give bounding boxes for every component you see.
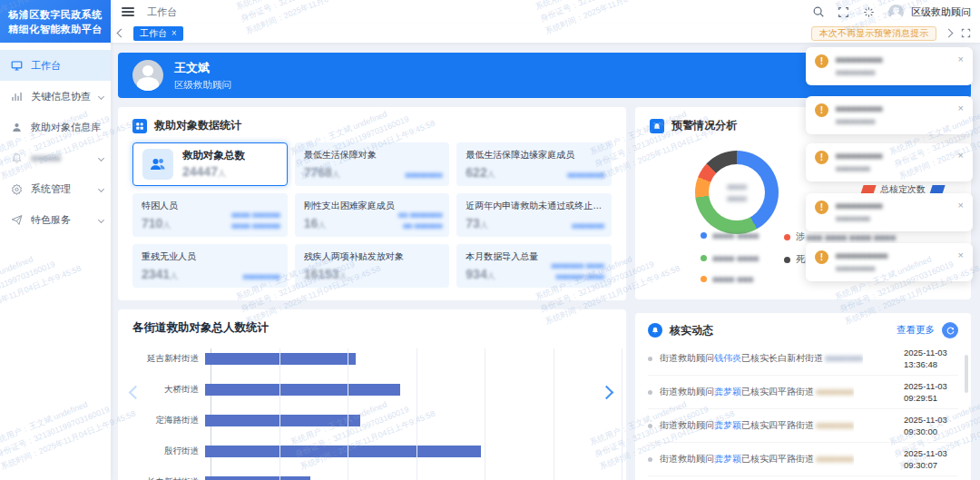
tab-close-icon[interactable]: × xyxy=(172,28,177,38)
stat-title: 近两年内申请救助未通过或终止救助的对象 xyxy=(466,200,603,212)
close-icon[interactable]: × xyxy=(958,201,964,224)
sidebar-item-blurred[interactable]: ■■■■■ xyxy=(0,142,111,173)
activity-timestamp: 2025-11-0309:30:07 xyxy=(904,447,958,472)
close-icon[interactable]: × xyxy=(958,54,964,78)
stat-card-total[interactable]: 救助对象总数 24447人 xyxy=(132,142,288,186)
refresh-button[interactable] xyxy=(942,322,958,338)
stat-side-link-blurred[interactable]: ■■■■■■■■ xyxy=(243,271,280,283)
street-chart-title: 各街道救助对象总人数统计 xyxy=(132,320,612,336)
bar[interactable] xyxy=(205,415,360,426)
alert-toast: ! ■■■■■■■■■■■■■■■■ × xyxy=(806,143,973,181)
fullscreen-icon[interactable] xyxy=(838,5,850,18)
stat-card[interactable]: 重残无业人员 2341人 ■■■■■■■■ xyxy=(132,244,288,288)
tab-workbench[interactable]: 工作台 × xyxy=(133,26,183,41)
grid-line xyxy=(348,348,348,480)
stat-value-blurred: 16153人 xyxy=(304,267,441,282)
stat-card[interactable]: 残疾人两项补贴发放对象 16153人 xyxy=(295,244,450,288)
sidebar-item-label: 系统管理 xyxy=(31,182,71,196)
sidebar-item-workbench[interactable]: 工作台 xyxy=(0,50,111,81)
banner-avatar xyxy=(132,60,163,91)
stat-card[interactable]: 最低生活保障对象 7768人 ■■■■■■■■ xyxy=(295,142,450,186)
legend-item[interactable]: ■■■■ ■■■ xyxy=(701,274,753,284)
legend-item[interactable]: 涉■■■ ■■■■ ■■■■ ■■■■ xyxy=(784,230,896,243)
view-more-link[interactable]: 查看更多 xyxy=(897,324,935,337)
stat-title: 最低生活保障边缘家庭成员 xyxy=(466,149,603,162)
topbar: 工作台 区级救助顾问 xyxy=(111,0,980,24)
stat-side-link-blurred[interactable]: ■■■■■■■ ■■■■■■■■■■ ■■■■ xyxy=(551,260,604,284)
sidebar-item-label: 工作台 xyxy=(31,59,61,73)
stats-grid: 救助对象总数 24447人 最低生活保障对象 7768人 ■■■■■■■■ 最低… xyxy=(132,142,612,288)
advisor-name-link[interactable]: 龚梦颖 xyxy=(714,387,741,397)
close-icon[interactable]: × xyxy=(958,250,964,274)
activity-row[interactable]: 街道救助顾问钱伟炎已核实长白新村街道■■■■■■■ 2025-11-0313:3… xyxy=(648,342,958,376)
sidebar-item-recipient-db[interactable]: 救助对象信息库 xyxy=(0,112,111,142)
bar[interactable] xyxy=(205,446,481,457)
legend-dot xyxy=(701,276,707,282)
sidebar-item-special-services[interactable]: 特色服务 xyxy=(0,204,111,235)
activity-row[interactable]: 街道救助顾问龚梦颖已核实四平路街道■■■■■■■ 2025-11-0309:29… xyxy=(648,376,958,409)
legend-item[interactable]: ■■■■ ■■■■ xyxy=(701,253,759,263)
bar-category-label: 大桥街道 xyxy=(132,384,205,396)
alert-toast: ! ■■■■■■■■■■■■■■■■■ × xyxy=(806,47,973,85)
scrollbar-thumb[interactable] xyxy=(965,355,968,393)
warning-icon: ! xyxy=(815,151,828,164)
tabbar: 工作台 × 本次不再显示预警消息提示 xyxy=(111,24,980,44)
bar-category-label: 定海路街道 xyxy=(132,415,205,426)
chevron-down-icon xyxy=(98,154,104,161)
stat-side-link-blurred[interactable]: ■■■■■■■ xyxy=(572,220,604,232)
alarm-icon xyxy=(650,119,664,133)
chevron-down-icon xyxy=(98,216,104,222)
sidebar-item-system-mgmt[interactable]: 系统管理 xyxy=(0,173,111,204)
app-title: 杨浦区数字民政系统 精细化智能救助平台 xyxy=(0,0,111,43)
activity-row[interactable]: 街道救助顾问龚梦颖已核实四平路街道■■■■■■■ 2025-11-0309:30… xyxy=(648,409,958,443)
search-icon[interactable] xyxy=(812,5,825,18)
app-title-line2: 精细化智能救助平台 xyxy=(0,22,111,36)
stat-card[interactable]: 近两年内申请救助未通过或终止救助的对象 73人 ■■■■■■■ xyxy=(456,193,612,237)
warning-icon: ! xyxy=(815,201,828,214)
stat-side-link-blurred[interactable]: ■■■■■■■■ xyxy=(405,170,442,181)
alert-donut-chart[interactable]: ■■■■ ■■■■ xyxy=(695,151,779,234)
advisor-name-link[interactable]: 龚梦颖 xyxy=(714,420,741,430)
refresh-spinner-icon[interactable] xyxy=(863,5,876,18)
stat-card[interactable]: 特困人员 710人 ■■■■ ■■■■■■■■■■ ■■■■■■ xyxy=(132,193,288,237)
bullet-icon xyxy=(648,424,652,428)
chevron-down-icon xyxy=(98,185,104,191)
stats-panel-title: 救助对象数据统计 xyxy=(154,118,241,133)
sidebar-item-key-info[interactable]: 关键信息协查 xyxy=(0,81,111,112)
bar[interactable] xyxy=(205,476,310,480)
activity-text: 街道救助顾问龚梦颖已核实四平路街道■■■■■■■ xyxy=(660,419,854,432)
bullet-icon xyxy=(648,357,652,361)
stat-side-link-blurred[interactable]: ■■■■■■■■ xyxy=(567,170,604,181)
activity-timestamp: 2025-11-0313:36:48 xyxy=(904,347,958,371)
tabs-fullscreen-icon[interactable] xyxy=(961,28,971,38)
legend-item[interactable]: ■■■■ ■■■■ xyxy=(701,230,759,240)
sidebar-item-label: 关键信息协查 xyxy=(31,90,91,103)
bullet-icon xyxy=(648,457,652,462)
stat-side-link-blurred[interactable]: ■■ ■■■■■■■■■ ■■■■■■ xyxy=(398,210,443,233)
suppress-alert-button[interactable]: 本次不再显示预警消息提示 xyxy=(811,26,936,41)
activity-row[interactable]: 街道救助顾问龚梦颖已核实四平路街道■■■■■■■ 2025-11-0309:30… xyxy=(648,443,958,476)
stat-title: 救助对象总数 xyxy=(182,149,245,162)
close-icon[interactable]: × xyxy=(958,151,964,174)
stat-card[interactable]: 刚性支出困难家庭成员 16人 ■■ ■■■■■■■■■ ■■■■■■ xyxy=(295,193,450,237)
legend-dot xyxy=(784,234,790,240)
street-bar-chart: 延吉新村街道 大桥街道 定海路街道 殷行街道 长白新村街道 xyxy=(132,348,612,480)
bar[interactable] xyxy=(205,353,356,365)
tab-label: 工作台 xyxy=(140,27,167,40)
advisor-name-link[interactable]: 龚梦颖 xyxy=(714,454,741,464)
donut-center-blurred: ■■■■ xyxy=(727,182,747,191)
sidebar: 杨浦区数字民政系统 精细化智能救助平台 工作台 关键信息协查 救助对象信息库 ■… xyxy=(0,0,111,480)
close-icon[interactable]: × xyxy=(958,103,964,127)
advisor-name-link[interactable]: 钱伟炎 xyxy=(714,353,741,363)
tabs-scroll-right-icon[interactable] xyxy=(945,29,954,38)
alert-panel-title: 预警情况分析 xyxy=(671,118,737,133)
stat-side-link-blurred[interactable]: ■■■■ ■■■■■■■■■■ ■■■■■■ xyxy=(231,210,280,233)
stat-card[interactable]: 本月数据导入总量 934人 ■■■■■■■ ■■■■■■■■■■ ■■■■ xyxy=(456,244,612,288)
user-avatar[interactable] xyxy=(888,5,904,20)
bar[interactable] xyxy=(205,384,400,396)
collapse-sidebar-icon[interactable] xyxy=(122,7,134,16)
stat-card[interactable]: 最低生活保障边缘家庭成员 622人 ■■■■■■■■ xyxy=(456,142,612,186)
tabs-scroll-left-icon[interactable] xyxy=(117,29,126,38)
warning-icon: ! xyxy=(815,250,828,264)
warning-icon: ! xyxy=(815,103,828,117)
